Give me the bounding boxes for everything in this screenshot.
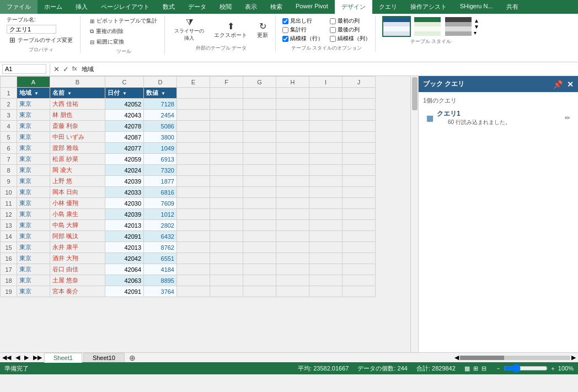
cell-name-4[interactable]: 斎藤 利奈 (50, 121, 105, 132)
cell-date-2[interactable]: 42052 (105, 99, 144, 110)
zoom-in-btn[interactable]: ＋ (550, 364, 556, 373)
cell-date-11[interactable]: 42030 (105, 198, 144, 209)
cell-name-15[interactable]: 永井 康平 (50, 242, 105, 253)
cell-region-9[interactable]: 東京 (17, 176, 50, 187)
name-box[interactable] (2, 64, 46, 74)
empty-cell[interactable] (243, 231, 276, 242)
empty-cell[interactable] (177, 209, 210, 220)
empty-cell[interactable] (342, 88, 376, 99)
empty-cell[interactable] (276, 165, 309, 176)
cell-value-3[interactable]: 2454 (144, 110, 177, 121)
empty-cell[interactable] (243, 220, 276, 231)
empty-cell[interactable] (210, 198, 243, 209)
empty-cell[interactable] (309, 242, 342, 253)
tab-review[interactable]: 校閲 (213, 0, 238, 14)
tab-insert[interactable]: 挿入 (69, 0, 94, 14)
empty-cell[interactable] (210, 132, 243, 143)
empty-cell[interactable] (210, 88, 243, 99)
empty-cell[interactable] (276, 286, 309, 297)
tab-formulas[interactable]: 数式 (156, 0, 181, 14)
cell-date-9[interactable]: 42039 (105, 176, 144, 187)
empty-cell[interactable] (177, 220, 210, 231)
empty-cell[interactable] (309, 176, 342, 187)
cell-region-4[interactable]: 東京 (17, 121, 50, 132)
cell-date-16[interactable]: 42042 (105, 253, 144, 264)
last-col-check[interactable]: 最後の列 (330, 26, 371, 34)
empty-cell[interactable] (342, 198, 376, 209)
header-row-check[interactable]: 見出し行 (282, 17, 323, 25)
empty-cell[interactable] (309, 253, 342, 264)
cell-name-12[interactable]: 小島 康生 (50, 209, 105, 220)
slicer-insert-btn[interactable]: ⧩ スライサーの挿入 (172, 16, 207, 44)
empty-cell[interactable] (210, 143, 243, 154)
empty-cell[interactable] (177, 198, 210, 209)
empty-cell[interactable] (210, 187, 243, 198)
empty-cell[interactable] (243, 187, 276, 198)
cell-name-16[interactable]: 酒井 大翔 (50, 253, 105, 264)
tab-user[interactable]: SHigeru N... (453, 0, 500, 14)
sheet-tab-sheet10[interactable]: Sheet10 (83, 353, 125, 362)
empty-cell[interactable] (276, 220, 309, 231)
empty-cell[interactable] (276, 110, 309, 121)
filter-icon-value[interactable]: ▼ (161, 91, 165, 96)
banded-rows-check[interactable]: 縞模様（行） (282, 35, 323, 42)
banded-cols-check[interactable]: 縞模様（列） (330, 35, 371, 42)
cell-region-18[interactable]: 東京 (17, 275, 50, 286)
header-cell-region[interactable]: 地域 ▼ (17, 88, 50, 99)
empty-cell[interactable] (177, 286, 210, 297)
cell-region-6[interactable]: 東京 (17, 143, 50, 154)
empty-cell[interactable] (276, 242, 309, 253)
normal-view-icon[interactable]: ▦ (464, 365, 470, 372)
cell-name-19[interactable]: 宮本 奏介 (50, 286, 105, 297)
cell-name-7[interactable]: 松原 紗菜 (50, 154, 105, 165)
empty-cell[interactable] (342, 121, 376, 132)
empty-cell[interactable] (342, 286, 376, 297)
tab-data[interactable]: データ (181, 0, 213, 14)
tab-assist[interactable]: 操作アシスト (404, 0, 453, 14)
empty-cell[interactable] (177, 187, 210, 198)
empty-cell[interactable] (276, 231, 309, 242)
empty-cell[interactable] (342, 165, 376, 176)
empty-cell[interactable] (177, 143, 210, 154)
empty-cell[interactable] (177, 88, 210, 99)
cell-value-13[interactable]: 2802 (144, 220, 177, 231)
cell-value-19[interactable]: 3764 (144, 286, 177, 297)
zoom-out-btn[interactable]: － (495, 364, 501, 373)
empty-cell[interactable] (243, 286, 276, 297)
empty-cell[interactable] (210, 264, 243, 275)
empty-cell[interactable] (276, 88, 309, 99)
query-pane-pin-icon[interactable]: 📌 (553, 80, 563, 89)
tab-design[interactable]: デザイン (335, 0, 372, 14)
pivot-summarize-btn[interactable]: ⊞ピボットテーブルで集計 (87, 16, 160, 26)
empty-cell[interactable] (210, 176, 243, 187)
empty-cell[interactable] (342, 209, 376, 220)
style-preview-dark[interactable] (444, 16, 473, 37)
cell-region-16[interactable]: 東京 (17, 253, 50, 264)
cell-value-15[interactable]: 8762 (144, 242, 177, 253)
cell-value-2[interactable]: 7128 (144, 99, 177, 110)
empty-cell[interactable] (243, 143, 276, 154)
empty-cell[interactable] (210, 220, 243, 231)
hscroll-bar[interactable] (460, 356, 570, 360)
cell-value-16[interactable]: 6551 (144, 253, 177, 264)
sheet-tab-sheet1[interactable]: Sheet1 (44, 353, 82, 363)
empty-cell[interactable] (309, 132, 342, 143)
empty-cell[interactable] (243, 176, 276, 187)
cell-date-8[interactable]: 42024 (105, 165, 144, 176)
cell-value-5[interactable]: 3800 (144, 132, 177, 143)
empty-cell[interactable] (177, 110, 210, 121)
tab-file[interactable]: ファイル (0, 0, 38, 14)
empty-cell[interactable] (243, 132, 276, 143)
sheet-nav-prev[interactable]: ◀ (13, 354, 22, 361)
empty-cell[interactable] (309, 198, 342, 209)
cell-name-13[interactable]: 中島 大輝 (50, 220, 105, 231)
query-pane-close-icon[interactable]: ✕ (567, 80, 574, 89)
cell-region-2[interactable]: 東京 (17, 99, 50, 110)
empty-cell[interactable] (177, 275, 210, 286)
tab-query[interactable]: クエリ (372, 0, 404, 14)
col-header-b[interactable]: B (50, 77, 105, 88)
formula-input[interactable] (79, 65, 576, 73)
cell-name-14[interactable]: 阿部 颯汰 (50, 231, 105, 242)
filter-icon-region[interactable]: ▼ (34, 91, 39, 96)
empty-cell[interactable] (243, 99, 276, 110)
